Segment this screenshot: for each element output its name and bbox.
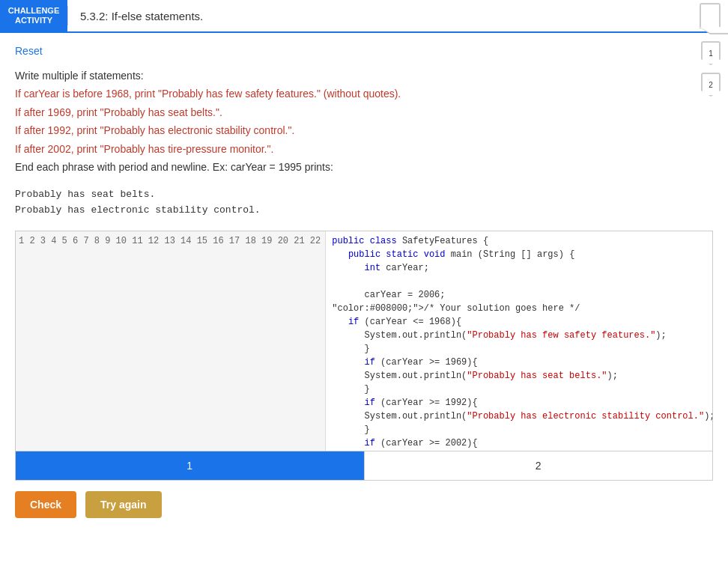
code-editor[interactable]: 1 2 3 4 5 6 7 8 9 10 11 12 13 14 15 16 1… (15, 231, 713, 451)
output-area: Probably has seat belts. Probably has el… (15, 187, 713, 219)
code-content[interactable]: public class SafetyFeatures { public sta… (326, 231, 712, 451)
challenge-activity-label: CHALLENGE ACTIVITY (0, 0, 67, 31)
instruction-line5: If after 2002, print "Probably has tire-… (15, 141, 713, 157)
main-badge-icon (700, 3, 721, 28)
instruction-line2: If carYear is before 1968, print "Probab… (15, 85, 713, 102)
header-badge-area (692, 0, 728, 31)
check-button[interactable]: Check (15, 491, 76, 518)
instructions-block: Write multiple if statements: If carYear… (15, 67, 713, 175)
output-line1: Probably has seat belts. (15, 187, 713, 203)
action-buttons: Check Try again (15, 491, 713, 518)
header-title: 5.3.2: If-else statements. (68, 0, 692, 31)
line-numbers: 1 2 3 4 5 6 7 8 9 10 11 12 13 14 15 16 1… (16, 231, 326, 451)
tab-2[interactable]: 2 (365, 451, 713, 480)
output-line2: Probably has electronic stability contro… (15, 203, 713, 219)
try-again-button[interactable]: Try again (85, 491, 161, 518)
tabs-bar: 1 2 (15, 451, 713, 481)
code-scroll-area[interactable]: 1 2 3 4 5 6 7 8 9 10 11 12 13 14 15 16 1… (16, 231, 712, 451)
instruction-line3: If after 1969, print "Probably has seat … (15, 104, 713, 121)
tab-1[interactable]: 1 (16, 451, 365, 480)
instruction-line6: End each phrase with period and newline.… (15, 159, 713, 175)
instruction-line4: If after 1992, print "Probably has elect… (15, 122, 713, 139)
instruction-line1: Write multiple if statements: (15, 67, 713, 84)
reset-button[interactable]: Reset (15, 45, 43, 57)
content-area: Reset Write multiple if statements: If c… (0, 33, 728, 530)
